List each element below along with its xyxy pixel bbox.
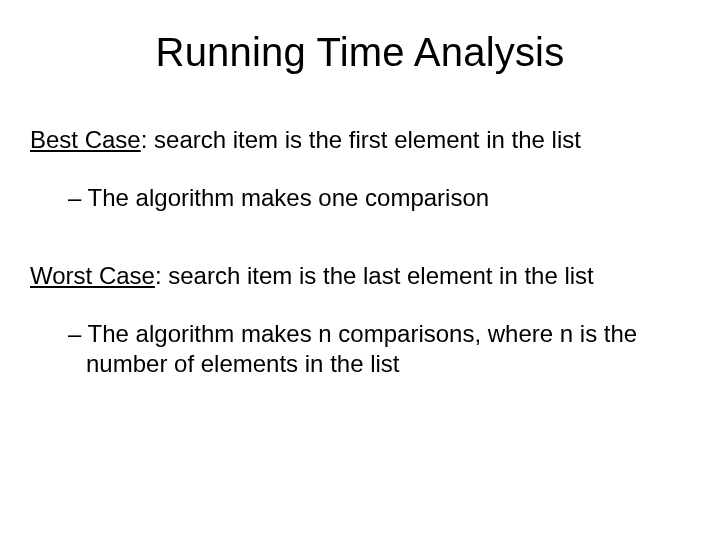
dash-icon: – [68, 320, 88, 347]
worst-case-line: Worst Case: search item is the last elem… [30, 261, 690, 291]
best-case-label: Best Case [30, 126, 141, 153]
worst-case-label: Worst Case [30, 262, 155, 289]
worst-case-text: : search item is the last element in the… [155, 262, 594, 289]
best-case-text: : search item is the first element in th… [141, 126, 581, 153]
best-case-sub: – The algorithm makes one comparison [68, 183, 690, 213]
dash-icon: – [68, 184, 88, 211]
best-case-line: Best Case: search item is the first elem… [30, 125, 690, 155]
slide: Running Time Analysis Best Case: search … [0, 0, 720, 540]
worst-case-sub: – The algorithm makes n comparisons, whe… [68, 319, 690, 379]
worst-case-sub-text: The algorithm makes n comparisons, where… [86, 320, 637, 377]
slide-title: Running Time Analysis [30, 30, 690, 75]
best-case-sub-text: The algorithm makes one comparison [88, 184, 490, 211]
